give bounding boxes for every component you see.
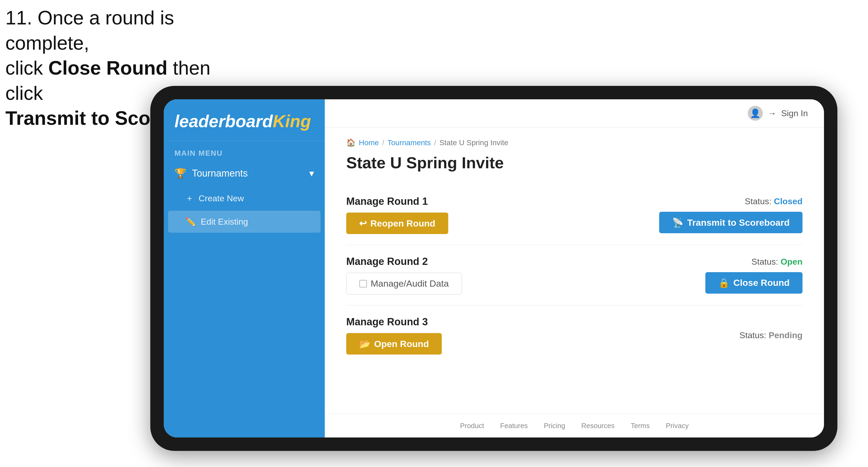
round-2-section: Manage Round 2 Manage/Audit Data Status:… [346,245,803,305]
round-2-status-value: Open [780,257,803,267]
footer-link-pricing[interactable]: Pricing [544,422,565,430]
home-icon: 🏠 [346,138,355,147]
footer-link-product[interactable]: Product [460,422,484,430]
breadcrumb-current: State U Spring Invite [439,138,508,147]
sidebar: leaderboardKing MAIN MENU 🏆 Tournaments … [164,99,325,437]
manage-audit-data-button[interactable]: Manage/Audit Data [346,273,462,294]
round-1-status-value: Closed [774,196,803,206]
checkbox-icon [360,280,367,287]
round-1-left: Manage Round 1 ↩ Reopen Round [346,196,448,234]
breadcrumb-tournaments[interactable]: Tournaments [387,138,431,147]
round-1-status: Status: Closed [745,196,803,207]
main-content: 👤 → Sign In 🏠 Home / Tournaments / [325,99,824,437]
breadcrumb: 🏠 Home / Tournaments / State U Spring In… [346,138,803,147]
content-area: 🏠 Home / Tournaments / State U Spring In… [325,127,824,414]
lock-icon: 🔒 [718,278,730,288]
round-2-title: Manage Round 2 [346,256,462,267]
reopen-icon: ↩ [359,218,367,229]
footer-link-resources[interactable]: Resources [581,422,615,430]
transmit-to-scoreboard-button[interactable]: 📡 Transmit to Scoreboard [659,212,803,233]
footer-link-features[interactable]: Features [500,422,528,430]
round-1-right: Status: Closed 📡 Transmit to Scoreboard [659,196,803,233]
round-2-status: Status: Open [751,257,803,267]
open-round-icon: 📂 [359,338,370,349]
breadcrumb-sep2: / [434,138,436,147]
sign-in-text: Sign In [781,108,808,118]
footer: Product Features Pricing Resources Terms… [325,414,824,437]
footer-link-privacy[interactable]: Privacy [666,422,689,430]
round-3-right: Status: Pending [739,331,803,340]
sidebar-logo: leaderboardKing [164,99,325,141]
top-bar: 👤 → Sign In [325,99,824,127]
open-round-button[interactable]: 📂 Open Round [346,333,442,354]
instruction-line1: 11. Once a round is complete, [5,5,247,56]
breadcrumb-home[interactable]: Home [359,138,379,147]
main-menu-label: MAIN MENU [164,141,325,160]
sidebar-item-create-new[interactable]: ＋ Create New [164,187,325,210]
edit-icon: ✏️ [185,217,196,227]
breadcrumb-sep1: / [382,138,384,147]
tablet-frame: leaderboardKing MAIN MENU 🏆 Tournaments … [150,86,837,451]
round-3-status: Status: Pending [739,331,803,340]
reopen-round-button[interactable]: ↩ Reopen Round [346,213,448,234]
user-icon: 👤 [750,108,761,118]
plus-icon: ＋ [185,192,194,204]
tablet-screen: leaderboardKing MAIN MENU 🏆 Tournaments … [164,99,824,437]
logo-leaderboard-text: leaderboard [175,112,273,131]
round-3-title: Manage Round 3 [346,316,442,328]
avatar: 👤 [748,106,763,121]
round-1-section: Manage Round 1 ↩ Reopen Round Status: Cl… [346,185,803,245]
round-3-left: Manage Round 3 📂 Open Round [346,316,442,354]
transmit-icon: 📡 [672,217,683,228]
sign-in-label: → [768,108,776,118]
round-2-left: Manage Round 2 Manage/Audit Data [346,256,462,294]
trophy-icon: 🏆 [175,168,187,179]
sidebar-item-edit-existing[interactable]: ✏️ Edit Existing [168,211,320,233]
chevron-down-icon: ▾ [309,168,314,179]
logo-king-text: King [273,112,311,131]
page-title: State U Spring Invite [346,154,803,172]
footer-link-terms[interactable]: Terms [631,422,650,430]
round-3-status-value: Pending [769,331,803,340]
round-2-right: Status: Open 🔒 Close Round [705,257,803,293]
round-3-section: Manage Round 3 📂 Open Round Status: Pend… [346,305,803,365]
close-round-button[interactable]: 🔒 Close Round [705,272,803,293]
round-1-title: Manage Round 1 [346,196,448,207]
app-container: leaderboardKing MAIN MENU 🏆 Tournaments … [164,99,824,437]
sidebar-item-tournaments[interactable]: 🏆 Tournaments ▾ [164,160,325,187]
sign-in-area[interactable]: 👤 → Sign In [748,106,808,121]
